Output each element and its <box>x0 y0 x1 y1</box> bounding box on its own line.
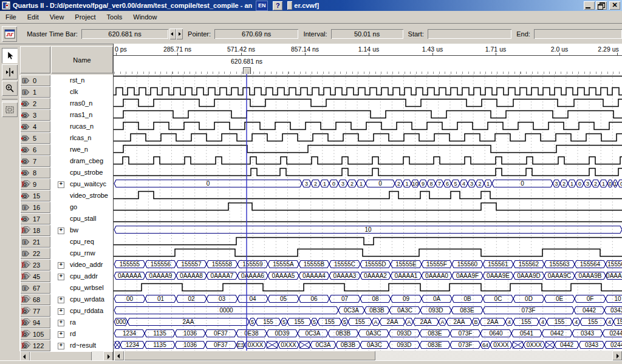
selection-tool-button[interactable] <box>2 48 18 63</box>
signal-name-dram_cbeg[interactable]: dram_cbeg <box>70 157 103 164</box>
row-number-button-8[interactable]: O8 <box>20 167 50 178</box>
expand-group-button-cpu_rddata[interactable]: + <box>58 308 64 315</box>
time-field-3[interactable] <box>428 29 511 39</box>
signal-name-ra[interactable]: ra <box>70 318 76 326</box>
scroll-left-button[interactable] <box>20 351 30 361</box>
expand-group-button-ra[interactable]: + <box>58 320 64 326</box>
row-number-button-21[interactable]: I21 <box>20 236 50 248</box>
minimize-button[interactable] <box>584 1 595 10</box>
signal-name-clk[interactable]: clk <box>70 88 78 95</box>
waveform-scrollbar[interactable] <box>114 351 622 360</box>
close-button[interactable]: ✕ <box>609 1 620 10</box>
menu-window[interactable]: Window <box>128 12 162 22</box>
scrollbar-thumb[interactable] <box>30 351 92 361</box>
menu-view[interactable]: View <box>44 12 70 22</box>
expand-group-button-video_addr[interactable]: + <box>58 262 64 269</box>
name-panel-scrollbar[interactable] <box>20 351 113 361</box>
expand-group-button-rd[interactable]: + <box>58 331 64 338</box>
wave-rras0_n <box>114 99 622 107</box>
spin-right-button[interactable] <box>176 29 183 39</box>
signal-name-cpu_wrbsel[interactable]: cpu_wrbsel <box>70 284 104 291</box>
row-number-button-17[interactable]: O17 <box>20 213 50 224</box>
row-number-button-105[interactable]: O105 <box>20 328 50 340</box>
time-field-4[interactable] <box>534 29 622 39</box>
signal-name-cpu_req[interactable]: cpu_req <box>70 238 94 245</box>
time-field-0[interactable]: 620.681 ns <box>81 29 168 39</box>
signal-name-rlcas_n[interactable]: rlcas_n <box>70 134 91 141</box>
menu-file[interactable]: File <box>0 12 22 22</box>
expand-group-button-cpu_wrdata[interactable]: + <box>58 297 64 303</box>
signal-name-video_addr[interactable]: video_addr <box>70 261 103 268</box>
row-number-button-6[interactable]: O6 <box>20 144 50 155</box>
row-number-button-18[interactable]: I18 <box>20 224 50 236</box>
expand-group-button-bw[interactable]: + <box>58 228 64 234</box>
wave-scroll-left-button[interactable] <box>114 351 124 360</box>
time-ruler[interactable]: 0 ps285.71 ns571.42 ns857.14 ns1.14 us1.… <box>114 44 622 56</box>
expand-group-button-cpu_waitcyc[interactable]: + <box>58 181 64 188</box>
restore-button[interactable] <box>596 1 607 10</box>
signal-name-video_strobe[interactable]: video_strobe <box>70 192 108 199</box>
language-bar-handle[interactable] <box>287 1 292 10</box>
full-screen-tool-button[interactable] <box>2 102 18 117</box>
row-number-button-23[interactable]: I23 <box>20 259 50 271</box>
row-number-button-5[interactable]: O5 <box>20 132 50 144</box>
waveform-view[interactable]: 0321032102110987654321032103210101015555… <box>114 74 622 351</box>
row-number-button-7[interactable]: O7 <box>20 155 50 167</box>
zoom-tool-button[interactable] <box>2 81 18 96</box>
signal-name-cpu_stall[interactable]: cpu_stall <box>70 215 96 222</box>
time-bar-tool-button[interactable] <box>2 64 18 79</box>
scroll-right-button[interactable] <box>103 351 113 361</box>
signal-name-cpu_strobe[interactable]: cpu_strobe <box>70 169 103 176</box>
row-number-button-16[interactable]: I16 <box>20 201 50 213</box>
wave-scroll-right-button[interactable] <box>612 351 622 360</box>
row-number-button-45[interactable]: I45 <box>20 271 50 282</box>
output-group-pin-icon: O <box>21 307 31 315</box>
svg-text:0AAA9F: 0AAA9F <box>456 272 479 279</box>
signal-row-cpu_addr: I45+cpu_addr <box>19 271 113 282</box>
signal-name-rst_n[interactable]: rst_n <box>70 76 84 84</box>
signal-name-cpu_waitcyc[interactable]: cpu_waitcyc <box>70 180 106 187</box>
expand-group-button-cpu_addr[interactable]: + <box>58 274 64 280</box>
row-number-button-1[interactable]: I1 <box>20 86 50 98</box>
signal-name-rwe_n[interactable]: rwe_n <box>70 146 88 153</box>
time-field-2[interactable]: 50.01 ns <box>331 29 403 39</box>
row-number-button-2[interactable]: O2 <box>20 98 50 109</box>
row-number-button-15[interactable]: O15 <box>20 190 50 201</box>
menu-tools[interactable]: Tools <box>101 12 128 22</box>
wave-scrollbar-thumb[interactable] <box>124 351 375 360</box>
svg-text:0XXX: 0XXX <box>281 342 296 348</box>
row-number-button-3[interactable]: O3 <box>20 109 50 121</box>
signal-name-rd[interactable]: rd <box>70 330 76 337</box>
row-number-button-122[interactable]: O122 <box>20 340 50 351</box>
time-field-1[interactable]: 670.69 ns <box>214 29 298 39</box>
row-number-button-4[interactable]: O4 <box>20 121 50 132</box>
signal-name-rd~result[interactable]: rd~result <box>70 342 96 349</box>
signal-name-cpu_rddata[interactable]: cpu_rddata <box>70 307 103 314</box>
signal-row-rst_n: I0rst_n <box>19 75 113 86</box>
row-number-button-68[interactable]: I68 <box>20 294 50 305</box>
master-time-bar-strip[interactable]: 620.681 ns <box>114 56 622 74</box>
signal-row-cpu_wrbsel: I67cpu_wrbsel <box>19 282 113 294</box>
signal-name-cpu_wrdata[interactable]: cpu_wrdata <box>70 295 104 303</box>
signal-name-cpu_addr[interactable]: cpu_addr <box>70 272 98 280</box>
row-number-button-67[interactable]: I67 <box>20 282 50 294</box>
row-number-button-94[interactable]: O94 <box>20 317 50 328</box>
menu-edit[interactable]: Edit <box>22 12 44 22</box>
row-number-button-22[interactable]: I22 <box>20 248 50 259</box>
language-indicator-badge[interactable]: EN <box>256 1 268 11</box>
signal-name-rras0_n[interactable]: rras0_n <box>70 99 92 107</box>
menu-project[interactable]: Project <box>69 12 101 22</box>
row-number-button-77[interactable]: O77 <box>20 305 50 317</box>
spin-left-button[interactable] <box>169 29 176 39</box>
language-help-button[interactable]: ? <box>273 1 282 10</box>
signal-name-bw[interactable]: bw <box>70 226 78 234</box>
waveform-editor-button[interactable] <box>2 26 17 42</box>
row-number-button-9[interactable]: O9 <box>20 178 50 190</box>
row-number-button-0[interactable]: I0 <box>20 75 50 86</box>
signal-name-cpu_rnw[interactable]: cpu_rnw <box>70 249 95 257</box>
signal-name-rras1_n[interactable]: rras1_n <box>70 111 92 118</box>
expand-group-button-rd~result[interactable]: + <box>58 343 64 349</box>
svg-text:093D: 093D <box>397 342 412 348</box>
signal-name-go[interactable]: go <box>70 203 77 211</box>
signal-name-rucas_n[interactable]: rucas_n <box>70 123 94 130</box>
